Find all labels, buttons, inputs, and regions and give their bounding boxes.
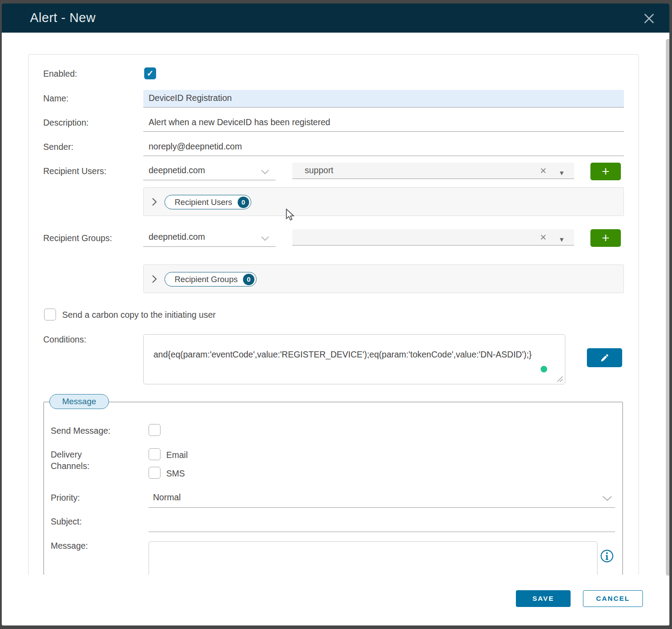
recipient-users-count-badge: 0 (238, 197, 249, 208)
scrollbar[interactable] (666, 39, 669, 576)
name-input[interactable]: DeviceID Registration (143, 90, 624, 108)
chevron-down-icon (261, 169, 269, 175)
screen-backdrop: Alert - New Enabled: ✓ Name: DeviceID Re… (0, 0, 672, 629)
cancel-button[interactable]: CANCEL (583, 590, 643, 607)
clear-icon[interactable]: ✕ (540, 233, 547, 242)
sender-input[interactable]: noreply@deepnetid.com (143, 138, 624, 156)
subject-label: Subject: (51, 516, 82, 527)
mouse-cursor (286, 208, 295, 222)
enabled-checkbox[interactable]: ✓ (144, 67, 156, 79)
dialog-header: Alert - New (2, 4, 669, 33)
message-textarea[interactable] (149, 541, 597, 575)
caret-down-icon[interactable]: ▾ (560, 169, 564, 177)
name-label: Name: (43, 93, 68, 104)
pencil-icon (599, 352, 610, 364)
check-icon: ✓ (147, 69, 154, 78)
save-button[interactable]: SAVE (516, 590, 571, 607)
conditions-textarea[interactable]: and{eq(param:'eventCode',value:'REGISTER… (143, 334, 565, 384)
recipient-users-domain-value: deepnetid.com (149, 165, 205, 175)
description-label: Description: (43, 117, 89, 128)
dialog-body: Enabled: ✓ Name: DeviceID Registration D… (2, 33, 669, 575)
priority-value: Normal (153, 492, 181, 502)
recipient-users-summary-pill[interactable]: Recipient Users 0 (164, 195, 251, 209)
sender-label: Sender: (43, 141, 73, 153)
recipient-users-label: Recipient Users: (43, 165, 106, 177)
recipient-users-combobox[interactable]: support ✕ ▾ (292, 163, 574, 179)
recipient-groups-panel: Recipient Groups 0 (143, 264, 624, 293)
edit-conditions-button[interactable] (587, 348, 622, 367)
description-input[interactable]: Alert when a new DeviceID has been regis… (143, 114, 624, 132)
alert-dialog: Alert - New Enabled: ✓ Name: DeviceID Re… (2, 4, 669, 625)
subject-input[interactable] (149, 514, 615, 532)
recipient-users-domain-select[interactable]: deepnetid.com (143, 162, 276, 180)
close-icon[interactable] (642, 11, 656, 26)
recipient-groups-label: Recipient Groups: (43, 232, 118, 244)
send-message-label: Send Message: (51, 425, 111, 436)
chevron-down-icon (602, 495, 612, 502)
recipient-users-summary-label: Recipient Users (175, 197, 232, 207)
message-label: Message: (51, 540, 88, 551)
sms-label: SMS (166, 468, 185, 479)
email-label: Email (166, 449, 188, 461)
recipient-groups-combobox[interactable]: ✕ ▾ (292, 229, 574, 246)
recipient-groups-domain-select[interactable]: deepnetid.com (143, 229, 276, 247)
expand-chevron-icon[interactable] (151, 274, 157, 284)
add-recipient-group-button[interactable]: + (590, 229, 621, 247)
sms-checkbox[interactable] (149, 467, 161, 479)
chevron-down-icon (261, 236, 269, 241)
enabled-label: Enabled: (43, 68, 77, 79)
delivery-channels-label: Delivery Channels: (51, 449, 112, 472)
recipient-groups-summary-pill[interactable]: Recipient Groups 0 (164, 272, 257, 287)
send-message-checkbox[interactable] (149, 424, 161, 436)
recipient-users-combobox-value: support (305, 165, 333, 175)
email-checkbox[interactable] (149, 448, 161, 460)
conditions-label: Conditions: (43, 334, 86, 345)
recipient-groups-domain-value: deepnetid.com (149, 232, 205, 242)
info-icon[interactable] (600, 549, 614, 563)
resize-handle[interactable] (556, 375, 564, 383)
dialog-title: Alert - New (30, 11, 96, 25)
message-section-tab-label: Message (62, 397, 96, 406)
recipient-groups-count-badge: 0 (243, 274, 254, 285)
plus-icon: + (602, 231, 610, 245)
plus-icon: + (602, 164, 610, 179)
message-section-tab[interactable]: Message (49, 394, 109, 409)
expand-chevron-icon[interactable] (151, 197, 157, 207)
priority-select[interactable]: Normal (149, 489, 615, 508)
recipient-users-panel: Recipient Users 0 (143, 187, 624, 216)
recipient-groups-summary-label: Recipient Groups (175, 275, 238, 284)
caret-down-icon[interactable]: ▾ (560, 236, 564, 243)
carbon-copy-checkbox[interactable] (44, 309, 56, 320)
priority-label: Priority: (51, 492, 80, 503)
status-dot (541, 366, 547, 372)
clear-icon[interactable]: ✕ (540, 167, 547, 175)
add-recipient-user-button[interactable]: + (590, 163, 621, 180)
carbon-copy-label: Send a carbon copy to the initiating use… (62, 309, 216, 320)
conditions-value: and{eq(param:'eventCode',value:'REGISTER… (153, 350, 532, 359)
